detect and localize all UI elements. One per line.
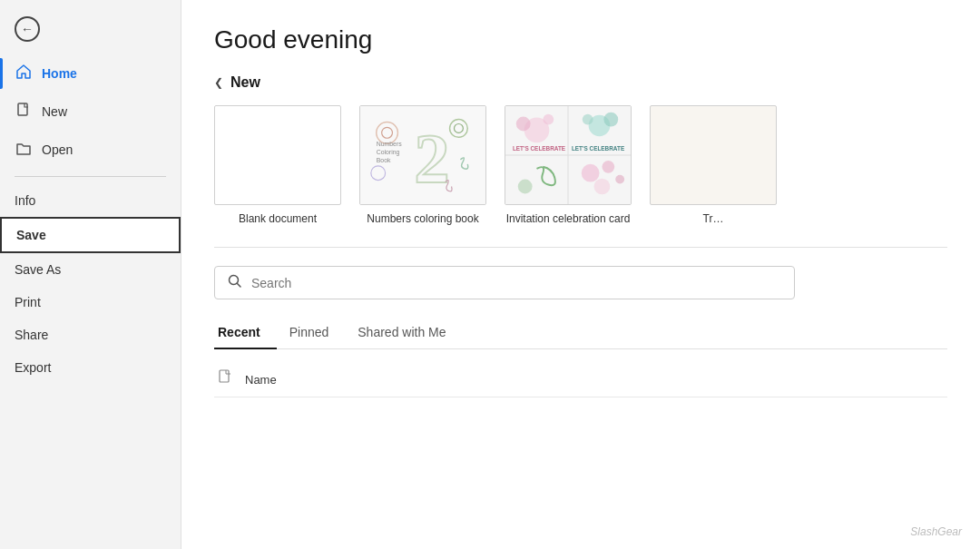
files-name-column-header: Name	[245, 373, 277, 387]
template-celebration-label: Invitation celebration card	[506, 212, 631, 225]
celebration-svg: LET'S CELEBRATE LET'S CELEBRATE	[505, 105, 631, 205]
svg-point-23	[582, 164, 600, 182]
search-bar[interactable]	[214, 266, 795, 299]
section-separator	[214, 247, 947, 248]
sidebar-item-open[interactable]: Open	[0, 131, 181, 169]
sidebar-item-new-label: New	[42, 104, 67, 119]
tab-pinned[interactable]: Pinned	[286, 318, 346, 348]
coloring-book-svg: 2 Numbers Coloring Book	[360, 105, 485, 205]
svg-rect-0	[18, 103, 27, 115]
sidebar-item-save-as[interactable]: Save As	[0, 253, 181, 286]
watermark: SlashGear	[910, 525, 962, 538]
template-coloring-label: Numbers coloring book	[367, 212, 478, 225]
svg-text:Book: Book	[377, 157, 391, 163]
sidebar-item-print[interactable]: Print	[0, 286, 181, 319]
sidebar-nav: Home New Open	[0, 54, 181, 169]
svg-line-28	[238, 284, 241, 288]
sidebar-item-info[interactable]: Info	[0, 184, 181, 217]
svg-point-20	[583, 114, 593, 125]
greeting-text: Good evening	[214, 25, 947, 54]
sidebar: ← Home New	[0, 0, 181, 549]
svg-point-15	[516, 117, 531, 132]
template-celebration-thumb: LET'S CELEBRATE LET'S CELEBRATE	[505, 105, 632, 205]
svg-point-16	[543, 114, 554, 125]
chevron-down-icon: ❮	[214, 76, 223, 89]
template-blank-label: Blank document	[239, 212, 317, 225]
sidebar-item-share[interactable]: Share	[0, 319, 181, 351]
back-button[interactable]: ←	[0, 7, 181, 51]
svg-point-25	[594, 179, 611, 195]
svg-point-22	[518, 180, 533, 194]
sidebar-item-export[interactable]: Export	[0, 351, 181, 384]
new-section-header: ❮ New	[214, 74, 947, 91]
svg-point-26	[615, 175, 624, 184]
sidebar-item-open-label: Open	[42, 142, 73, 157]
sidebar-item-home[interactable]: Home	[0, 54, 181, 93]
file-icon	[218, 369, 236, 389]
svg-point-19	[603, 113, 618, 127]
new-doc-icon	[15, 102, 33, 122]
search-icon	[228, 274, 242, 291]
templates-row: Blank document 2 Numbers Col	[214, 105, 947, 225]
template-blank[interactable]: Blank document	[214, 105, 341, 225]
template-other[interactable]: Tr…	[650, 105, 777, 225]
new-section-title: New	[230, 74, 260, 91]
template-celebration[interactable]: LET'S CELEBRATE LET'S CELEBRATE I	[505, 105, 632, 225]
svg-text:2: 2	[414, 119, 449, 198]
svg-text:Numbers: Numbers	[377, 141, 402, 147]
search-input[interactable]	[251, 276, 781, 290]
svg-point-24	[602, 161, 614, 173]
svg-text:LET'S CELEBRATE: LET'S CELEBRATE	[572, 145, 625, 152]
tab-shared[interactable]: Shared with Me	[354, 318, 462, 348]
template-other-thumb	[650, 105, 777, 205]
main-content: Good evening ❮ New Blank document 2	[181, 0, 980, 549]
sidebar-text-items: Info Save Save As Print Share Export	[0, 184, 181, 384]
sidebar-item-save[interactable]: Save	[0, 217, 181, 253]
svg-text:Coloring: Coloring	[377, 149, 400, 156]
tabs-row: Recent Pinned Shared with Me	[214, 318, 947, 349]
home-icon	[15, 64, 33, 83]
template-coloring[interactable]: 2 Numbers Coloring Book Numbers colori	[359, 105, 486, 225]
sidebar-item-new[interactable]: New	[0, 93, 181, 131]
sidebar-divider	[15, 176, 166, 177]
files-header-row: Name	[214, 362, 947, 397]
svg-rect-29	[220, 370, 229, 382]
template-other-label: Tr…	[703, 212, 724, 225]
svg-text:LET'S CELEBRATE: LET'S CELEBRATE	[513, 145, 566, 152]
template-coloring-thumb: 2 Numbers Coloring Book	[359, 105, 486, 205]
files-table: Name	[214, 362, 947, 397]
sidebar-item-home-label: Home	[42, 66, 77, 81]
open-icon	[15, 140, 33, 160]
tab-recent[interactable]: Recent	[214, 318, 277, 348]
template-blank-thumb	[214, 105, 341, 205]
back-icon: ←	[15, 16, 40, 42]
